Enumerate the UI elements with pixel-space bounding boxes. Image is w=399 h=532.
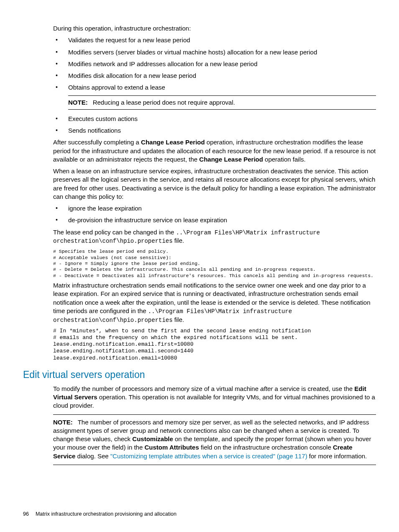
footer-title: Matrix infrastructure orchestration prov… — [36, 511, 176, 517]
note-text: Reducing a lease period does not require… — [93, 99, 235, 106]
after-completion-paragraph: After successfully completing a Change L… — [53, 138, 376, 164]
list-item: Validates the request for a new lease pe… — [53, 36, 376, 44]
list-item: Obtains approval to extend a lease — [53, 83, 376, 92]
operation-list-1: Validates the request for a new lease pe… — [53, 36, 376, 92]
text-run: dialog. See — [75, 452, 110, 460]
text-run: file. — [173, 237, 184, 244]
text-italic: after — [260, 385, 273, 392]
lease-expire-paragraph: When a lease on an infrastructure servic… — [53, 167, 376, 201]
text-run: operation fails. — [263, 156, 306, 163]
note-label: NOTE: — [68, 99, 88, 106]
list-item: Executes custom actions — [53, 115, 376, 123]
text-bold: Custom Attributes — [144, 444, 199, 451]
link-customizing-template[interactable]: "Customizing template attributes when a … — [110, 452, 307, 460]
policy-file-paragraph: The lease end policy can be changed in t… — [53, 228, 376, 246]
page-number: 96 — [23, 511, 29, 517]
note-reduce-lease: NOTE:Reducing a lease period does not re… — [68, 95, 376, 110]
text-run: To modify the number of processors and m… — [53, 385, 260, 392]
text-run: file. — [173, 316, 184, 323]
list-item: ignore the lease expiration — [53, 204, 376, 213]
list-item: Modifies disk allocation for a new lease… — [53, 72, 376, 80]
list-item: Modifies network and IP addresses alloca… — [53, 60, 376, 68]
text-run: The lease end policy can be changed in t… — [53, 229, 176, 236]
intro-paragraph: During this operation, infrastructure or… — [53, 24, 376, 33]
section-heading-edit-virtual-servers: Edit virtual servers operation — [23, 368, 376, 381]
text-bold: Customizable — [132, 435, 173, 442]
policy-list: ignore the lease expiration de-provision… — [53, 204, 376, 225]
edit-virtual-paragraph: To modify the number of processors and m… — [53, 385, 376, 410]
note-label: NOTE: — [53, 419, 73, 426]
email-notification-paragraph: Matrix infrastructure orchestration send… — [53, 281, 376, 324]
operation-list-2: Executes custom actions Sends notificati… — [53, 115, 376, 135]
note-processors-memory: NOTE:The number of processors and memory… — [53, 414, 376, 465]
policy-code-block: # Specifies the lease period end policy.… — [53, 249, 376, 279]
text-bold: Change Lease Period — [199, 156, 263, 163]
text-run: for more information. — [307, 452, 367, 460]
notification-code-block: # In *minutes*, when to send the first a… — [53, 328, 376, 362]
text-run: operation. This operation is not availab… — [53, 393, 375, 409]
text-run: a service is created, use the — [273, 385, 354, 392]
text-run: field on the infrastructure orchestratio… — [199, 444, 333, 451]
list-item: de-provision the infrastructure service … — [53, 216, 376, 224]
text-bold: Change Lease Period — [141, 139, 205, 146]
list-item: Sends notifications — [53, 126, 376, 135]
page-footer: 96Matrix infrastructure orchestration pr… — [23, 511, 176, 518]
text-run: After successfully completing a — [53, 139, 141, 146]
list-item: Modifies servers (server blades or virtu… — [53, 48, 376, 57]
